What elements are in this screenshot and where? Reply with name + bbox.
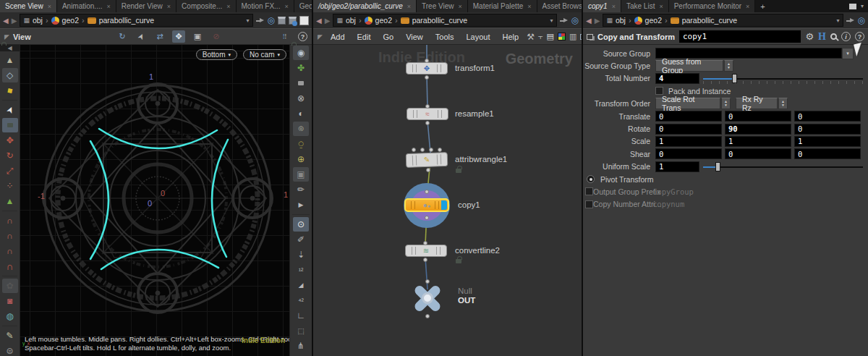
follow-icon[interactable]: ◎ [858, 16, 865, 25]
node-attribwrangle1[interactable]: ✎ [406, 152, 448, 168]
node-input-dot[interactable] [420, 148, 425, 152]
rotate-x-input[interactable]: 0 [655, 124, 722, 135]
close-icon[interactable]: × [612, 3, 616, 10]
pin-icon[interactable] [560, 17, 569, 24]
turntable-icon[interactable] [2, 309, 18, 323]
node-out[interactable] [412, 282, 443, 314]
houdini-logo-icon[interactable]: H [818, 31, 826, 43]
tab-asset-browser[interactable]: Asset Browser× [537, 0, 582, 12]
tab-take-list[interactable]: Take List× [621, 0, 669, 12]
path-field[interactable]: ▦obj › geo2 › parabollic_curve ▾ [603, 14, 843, 27]
node-resample1[interactable]: ≈ [407, 108, 448, 120]
translate-x-input[interactable]: 0 [655, 111, 722, 122]
palette-grid-icon[interactable] [558, 30, 566, 43]
shear-z-input[interactable]: 0 [794, 148, 861, 159]
vector-display-icon[interactable] [293, 339, 309, 353]
copy-number-attrib-checkbox[interactable] [585, 200, 593, 208]
wrench-icon[interactable]: ⚒ [527, 30, 535, 43]
menu-add[interactable]: Add [326, 33, 349, 41]
snapshot-icon[interactable] [299, 16, 309, 25]
edit-points-tool-icon[interactable] [2, 179, 18, 193]
total-number-input[interactable]: 4 [655, 73, 699, 84]
display-geometry-icon[interactable] [278, 17, 286, 25]
prim-normals-icon[interactable] [293, 278, 309, 292]
forward-icon[interactable]: ▶ [325, 17, 331, 25]
scene-viewport[interactable]: Bottom▾ No cam▾ -1 0 1 1 0 yx Left mouse… [20, 45, 289, 356]
close-icon[interactable]: × [48, 3, 51, 10]
tab-scene-view[interactable]: Scene View× [0, 0, 57, 12]
tab-performance-monitor[interactable]: Performance Monitor× [669, 0, 756, 12]
camera-selector-pill[interactable]: No cam▾ [243, 49, 286, 60]
pan-view-icon[interactable]: ✥ [172, 30, 185, 43]
bulb-icon[interactable] [293, 122, 309, 136]
brush-tool-icon[interactable] [2, 329, 18, 343]
translate-view-icon[interactable]: ⇄ [153, 30, 166, 43]
pane-menu-icon[interactable]: ▾ [861, 3, 864, 9]
transform-order-select[interactable]: Scale Rot Trans [655, 98, 720, 109]
close-icon[interactable]: × [167, 3, 171, 10]
eye-icon[interactable] [293, 46, 309, 60]
rotate-order-select[interactable]: Rx Ry Rz [736, 98, 778, 109]
ruler-icon[interactable] [293, 308, 309, 323]
pivot-transform-toggle[interactable] [587, 175, 595, 183]
node-input-dot[interactable] [429, 148, 433, 152]
spinner-icon[interactable]: ▲▼ [778, 98, 788, 109]
pin-icon[interactable] [256, 17, 265, 24]
light-off-icon[interactable] [293, 91, 309, 106]
node-input-dot[interactable] [438, 148, 442, 152]
path-field[interactable]: ▦obj › geo2 › parabollic_curve ▾ [20, 14, 252, 27]
snap-multi-icon[interactable] [2, 259, 18, 274]
tumble-view-icon[interactable]: ↻ [116, 30, 129, 43]
translate-z-input[interactable]: 0 [794, 111, 861, 122]
tree-hierarchy-icon[interactable]: ⫟ [538, 30, 543, 43]
path-dropdown-icon[interactable]: ▾ [837, 17, 840, 24]
flipbook-icon[interactable] [293, 198, 309, 212]
tab-composite[interactable]: Composite...× [176, 0, 236, 12]
node-name-field[interactable]: copy1 [679, 30, 801, 43]
node-convertline2[interactable]: ≋ [405, 245, 447, 257]
point-numbers-icon[interactable] [293, 263, 309, 277]
headlight-icon[interactable] [293, 152, 309, 166]
output-group-prefix-checkbox[interactable] [585, 187, 593, 195]
close-icon[interactable]: × [107, 3, 111, 10]
forward-icon[interactable]: ▶ [12, 17, 17, 25]
display-options-icon[interactable]: ⁝⁝ [278, 30, 291, 43]
move-tool-icon[interactable] [2, 133, 18, 148]
display-flag[interactable] [441, 200, 447, 210]
tab-motion-fx[interactable]: Motion FX...× [237, 0, 294, 12]
shade-icon[interactable] [293, 106, 309, 121]
tab-network-path[interactable]: /obj/geo2/parabollic_curve× [313, 0, 417, 12]
node-input-dot[interactable] [412, 148, 416, 152]
bulb-yellow-icon[interactable] [293, 137, 309, 151]
handles-tool-icon[interactable] [2, 194, 18, 208]
gear-icon[interactable]: ⚙ [805, 31, 814, 42]
search-icon[interactable] [830, 33, 837, 40]
close-icon[interactable]: × [284, 3, 288, 10]
snap-points-icon[interactable] [2, 244, 18, 258]
help-icon[interactable]: ? [855, 32, 864, 41]
new-tab-button[interactable]: + [755, 0, 770, 12]
scale-x-input[interactable]: 1 [655, 136, 722, 147]
scale-tool-icon[interactable] [2, 164, 18, 178]
menu-view[interactable]: View [401, 33, 427, 41]
total-number-slider[interactable] [703, 73, 865, 84]
objects-tool-icon[interactable] [1, 82, 20, 99]
translate-y-input[interactable]: 0 [725, 111, 791, 122]
pose-tool-icon[interactable] [2, 68, 18, 82]
snap-grid-icon[interactable] [2, 213, 18, 228]
help-icon[interactable]: ? [298, 32, 307, 41]
collapse-strip-icon[interactable]: ◀ [0, 45, 20, 51]
pack-instance-checkbox[interactable] [655, 87, 663, 95]
breadcrumb-obj[interactable]: ▦obj [336, 16, 356, 25]
uniform-scale-input[interactable]: 1 [655, 161, 699, 172]
select-tool-icon[interactable] [0, 100, 20, 120]
follow-icon[interactable]: ◎ [571, 16, 579, 25]
node-output-dot[interactable] [425, 216, 429, 220]
path-dropdown-icon[interactable]: ▾ [550, 17, 553, 24]
rotate-tool-icon[interactable] [2, 148, 18, 163]
tab-copy1[interactable]: copy1× [583, 0, 621, 12]
pin-display-icon[interactable] [293, 247, 309, 262]
model-tool-icon[interactable] [2, 53, 18, 67]
tab-tree-view[interactable]: Tree View× [417, 0, 468, 12]
list-view-icon[interactable]: ▤ [547, 30, 554, 43]
